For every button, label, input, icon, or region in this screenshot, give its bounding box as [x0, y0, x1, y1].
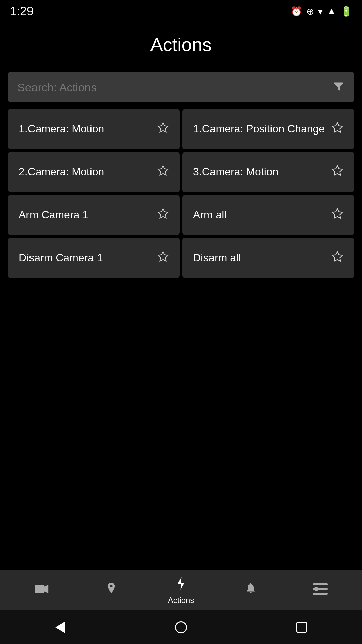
action-label-1: 1.Camera: Motion: [19, 122, 153, 136]
svg-marker-3: [332, 166, 342, 175]
sys-nav: [0, 610, 362, 644]
svg-marker-10: [178, 577, 185, 589]
status-icons: ⏰ ⊕ ▾ ▲ 🔋: [291, 6, 352, 17]
status-time: 1:29: [10, 4, 34, 18]
svg-marker-4: [158, 209, 168, 218]
search-bar[interactable]: [8, 72, 354, 102]
svg-rect-8: [35, 585, 44, 593]
svg-point-15: [314, 587, 318, 591]
nav-camera[interactable]: [7, 583, 76, 598]
action-label-4: 3.Camera: Motion: [193, 165, 327, 179]
wifi-icon: ▾: [318, 6, 323, 17]
star-icon-8[interactable]: [331, 251, 343, 266]
recent-button[interactable]: [288, 614, 315, 641]
lightning-icon: [175, 576, 187, 594]
gps-icon: ⊕: [306, 6, 314, 17]
star-icon-1[interactable]: [157, 122, 169, 137]
filter-icon[interactable]: [333, 80, 345, 95]
svg-rect-13: [313, 593, 328, 595]
action-card-4[interactable]: 3.Camera: Motion: [182, 152, 354, 192]
action-card-2[interactable]: 1.Camera: Position Change: [182, 109, 354, 149]
search-input[interactable]: [17, 81, 333, 94]
star-icon-5[interactable]: [157, 208, 169, 223]
svg-marker-2: [158, 166, 168, 175]
action-card-5[interactable]: Arm Camera 1: [8, 195, 180, 235]
action-label-6: Arm all: [193, 208, 327, 222]
status-bar: 1:29 ⏰ ⊕ ▾ ▲ 🔋: [0, 0, 362, 20]
star-icon-4[interactable]: [331, 165, 343, 180]
star-icon-6[interactable]: [331, 208, 343, 223]
nav-menu[interactable]: [286, 583, 355, 598]
actions-grid: 1.Camera: Motion 1.Camera: Position Chan…: [8, 109, 354, 278]
action-label-2: 1.Camera: Position Change: [193, 122, 327, 136]
back-button[interactable]: [47, 614, 74, 641]
action-card-7[interactable]: Disarm Camera 1: [8, 238, 180, 278]
star-icon-7[interactable]: [157, 251, 169, 266]
video-camera-icon: [34, 583, 49, 598]
action-card-3[interactable]: 2.Camera: Motion: [8, 152, 180, 192]
home-button[interactable]: [168, 614, 194, 641]
action-label-8: Disarm all: [193, 251, 327, 265]
battery-icon: 🔋: [340, 6, 352, 17]
bell-icon: [245, 582, 257, 599]
nav-notifications[interactable]: [216, 582, 286, 599]
svg-marker-1: [332, 123, 342, 132]
svg-marker-9: [44, 585, 48, 593]
svg-rect-14: [323, 583, 328, 585]
action-label-7: Disarm Camera 1: [19, 251, 153, 265]
location-icon: [105, 582, 117, 599]
menu-icon: [313, 583, 328, 598]
action-label-3: 2.Camera: Motion: [19, 165, 153, 179]
nav-actions[interactable]: Actions: [146, 576, 216, 605]
svg-marker-7: [332, 252, 342, 261]
svg-marker-0: [158, 123, 168, 132]
svg-marker-6: [158, 252, 168, 261]
nav-actions-label: Actions: [168, 596, 194, 605]
action-card-1[interactable]: 1.Camera: Motion: [8, 109, 180, 149]
action-label-5: Arm Camera 1: [19, 208, 153, 222]
action-card-6[interactable]: Arm all: [182, 195, 354, 235]
bottom-nav: Actions: [0, 570, 362, 610]
signal-icon: ▲: [327, 6, 336, 17]
page-title: Actions: [0, 20, 362, 72]
star-icon-2[interactable]: [331, 122, 343, 137]
alarm-icon: ⏰: [291, 6, 302, 17]
nav-location[interactable]: [76, 582, 146, 599]
star-icon-3[interactable]: [157, 165, 169, 180]
action-card-8[interactable]: Disarm all: [182, 238, 354, 278]
svg-marker-5: [332, 209, 342, 218]
